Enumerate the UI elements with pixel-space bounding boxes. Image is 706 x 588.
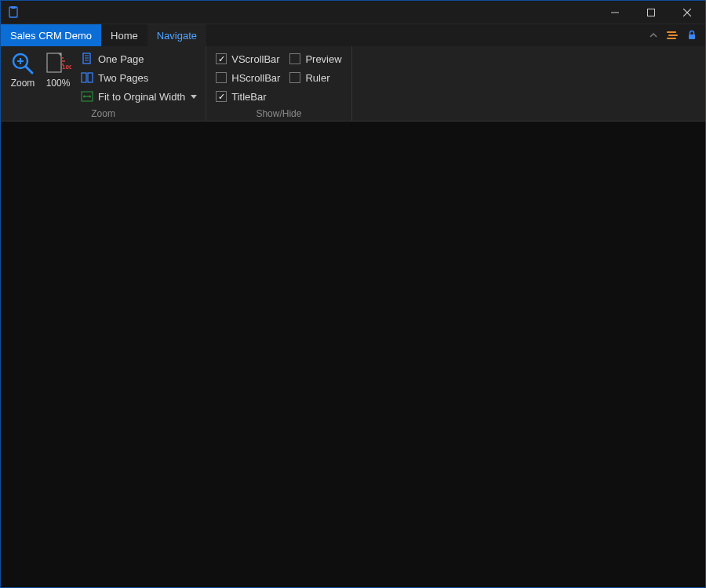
checkbox-vscrollbar[interactable]: VScrollBar xyxy=(213,49,283,68)
showhide-group-label: Show/Hide xyxy=(213,107,344,119)
tab-home[interactable]: Home xyxy=(101,24,147,46)
collapse-ribbon-icon[interactable] xyxy=(649,31,658,40)
ribbon-tabstrip: Sales CRM Demo Home Navigate xyxy=(1,24,705,46)
checkbox-titlebar[interactable]: TitleBar xyxy=(213,87,283,106)
svg-rect-21 xyxy=(82,73,86,82)
checkbox-icon xyxy=(289,72,300,83)
one-page-label: One Page xyxy=(98,53,144,65)
checkbox-preview-label: Preview xyxy=(305,53,341,65)
fit-width-icon xyxy=(81,90,93,103)
zoom-100-icon: 100 xyxy=(45,51,71,76)
fit-width-dropdown[interactable] xyxy=(188,87,199,106)
window-minimize-button[interactable] xyxy=(597,1,633,24)
two-pages-button[interactable]: Two Pages xyxy=(78,68,199,87)
one-page-icon xyxy=(81,53,93,65)
checkbox-titlebar-label: TitleBar xyxy=(231,91,266,103)
tab-navigate[interactable]: Navigate xyxy=(147,24,206,46)
checkbox-icon xyxy=(289,53,300,64)
svg-rect-11 xyxy=(47,53,61,72)
zoom-100-label: 100% xyxy=(46,78,71,89)
window-titlebar xyxy=(1,1,705,24)
svg-marker-27 xyxy=(191,95,197,99)
fit-width-label: Fit to Orginal Width xyxy=(98,91,185,103)
checkbox-vscrollbar-label: VScrollBar xyxy=(231,53,279,65)
svg-text:100: 100 xyxy=(62,64,71,71)
svg-rect-3 xyxy=(648,9,655,16)
checkbox-icon xyxy=(216,91,227,102)
zoom-button[interactable]: Zoom xyxy=(7,49,38,107)
svg-rect-22 xyxy=(88,73,93,82)
window-close-button[interactable] xyxy=(669,1,705,24)
checkbox-icon xyxy=(216,72,227,83)
ribbon: Zoom 100 100% xyxy=(1,46,705,122)
theme-icon[interactable] xyxy=(666,30,679,41)
checkbox-hscrollbar[interactable]: HScrollBar xyxy=(213,68,283,87)
svg-line-8 xyxy=(26,67,32,73)
checkbox-icon xyxy=(216,53,227,64)
two-pages-label: Two Pages xyxy=(98,72,148,84)
checkbox-hscrollbar-label: HScrollBar xyxy=(231,72,280,84)
app-icon xyxy=(7,6,20,19)
zoom-in-icon xyxy=(10,51,35,76)
svg-marker-25 xyxy=(83,95,85,98)
tab-app[interactable]: Sales CRM Demo xyxy=(1,24,101,46)
checkbox-ruler[interactable]: Ruler xyxy=(286,68,344,87)
ribbon-group-zoom: Zoom 100 100% xyxy=(1,46,206,121)
zoom-100-button[interactable]: 100 100% xyxy=(42,49,75,107)
svg-marker-26 xyxy=(89,95,91,98)
svg-rect-6 xyxy=(689,34,695,39)
window-maximize-button[interactable] xyxy=(633,1,669,24)
one-page-button[interactable]: One Page xyxy=(78,49,199,68)
two-pages-icon xyxy=(81,71,93,84)
svg-marker-12 xyxy=(58,53,61,56)
svg-rect-1 xyxy=(11,6,16,9)
fit-width-button[interactable]: Fit to Orginal Width xyxy=(78,87,188,106)
checkbox-ruler-label: Ruler xyxy=(305,72,329,84)
checkbox-preview[interactable]: Preview xyxy=(286,49,344,68)
content-area xyxy=(1,122,705,587)
zoom-group-label: Zoom xyxy=(7,107,199,119)
zoom-button-label: Zoom xyxy=(11,78,35,89)
lock-icon[interactable] xyxy=(686,30,697,41)
ribbon-group-showhide: VScrollBar HScrollBar TitleBar Preview xyxy=(206,46,351,121)
